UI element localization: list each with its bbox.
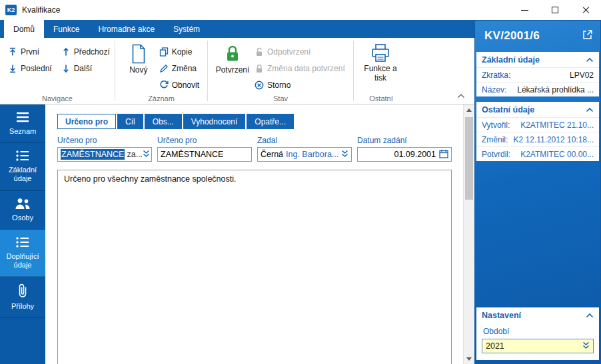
close-button[interactable]: [570, 0, 601, 20]
target2-field-label: Určeno pro: [157, 136, 252, 145]
ribbon-tab-system[interactable]: Systém: [164, 20, 209, 38]
section-title: Nastavení: [482, 311, 521, 320]
copy-button[interactable]: Kopie: [157, 43, 202, 60]
app-window: K2 Kvalifikace Domů Funkce Hromadné akce…: [0, 0, 601, 364]
ribbon-group-navigace: První Předchozí Poslední Další: [0, 38, 115, 104]
close-icon: [582, 6, 590, 14]
target-combobox[interactable]: ZAMĚSTNANCE za...: [57, 147, 152, 162]
storno-icon: [255, 81, 264, 90]
period-label: Období: [482, 325, 594, 337]
description-textarea[interactable]: Určeno pro všechny zaměstnance společnos…: [57, 170, 452, 364]
info-panel-header: KV/2001/6: [474, 20, 601, 52]
first-record-button[interactable]: První: [5, 45, 55, 59]
section-zakladni-udaje: Základní údaje Zkratka: LPV02 Název: Lék…: [476, 52, 599, 96]
dropdown-double-chevron-icon[interactable]: [582, 341, 590, 351]
pencil-icon: [159, 64, 169, 73]
window-title: Kvalifikace: [22, 5, 60, 15]
vertical-scrollbar[interactable]: [463, 104, 474, 364]
scroll-down-button[interactable]: [464, 353, 474, 364]
paperclip-icon: [17, 283, 28, 298]
sidebar-item-doplnujici-udaje[interactable]: Doplňující údaje: [0, 230, 45, 277]
info-row-zkratka: Zkratka: LPV02: [476, 67, 599, 82]
target2-input-field[interactable]: [161, 150, 249, 159]
scroll-up-button[interactable]: [464, 104, 474, 115]
tab-opatreni[interactable]: Opatře...: [247, 114, 294, 129]
refresh-button[interactable]: Obnovit: [157, 77, 202, 93]
previous-record-icon: [61, 47, 71, 57]
people-icon: [15, 198, 31, 210]
ribbon-collapse-button[interactable]: [457, 89, 465, 101]
collapse-chevron-icon[interactable]: [586, 311, 594, 320]
maximize-button[interactable]: [540, 0, 570, 20]
dropdown-double-chevron-icon[interactable]: [341, 150, 348, 160]
open-in-new-window-button[interactable]: [582, 29, 593, 43]
next-record-button[interactable]: Další: [59, 61, 113, 76]
date-field[interactable]: 01.09.2001: [357, 147, 452, 162]
cancel-record-button[interactable]: Storno: [252, 77, 348, 93]
minimize-button[interactable]: [509, 0, 540, 20]
section-header-nastaveni[interactable]: Nastavení: [476, 307, 599, 323]
sidebar-item-prilohy[interactable]: Přílohy: [0, 277, 45, 318]
row-label: Název:: [482, 85, 506, 94]
group-label-navigace: Navigace: [0, 94, 115, 102]
maximize-icon: [552, 7, 558, 13]
sidebar-item-label: Osoby: [12, 214, 33, 222]
sidebar-item-zakladni-udaje[interactable]: Základní údaje: [0, 143, 45, 190]
row-value: K2ATMITEC 00.00...: [520, 150, 594, 159]
tab-obsah[interactable]: Obs...: [145, 114, 182, 129]
previous-record-label: Předchozí: [74, 47, 110, 57]
section-header-ostatni-udaje[interactable]: Ostatní údaje: [476, 102, 599, 117]
collapse-chevron-icon[interactable]: [586, 105, 594, 114]
ribbon-body: První Předchozí Poslední Další: [0, 38, 474, 104]
tab-urceno-pro[interactable]: Určeno pro: [57, 114, 116, 129]
ribbon-group-zaznam: Nový Kopie Změna Obnovit: [115, 38, 207, 104]
entered-by-combobox[interactable]: Černá Ing. Barbora...: [257, 147, 352, 162]
info-row-nazev: Název: Lékařská prohlídka ...: [476, 82, 599, 96]
field-labels-row: Určeno pro Určeno pro Zadal Datum zadání: [57, 136, 463, 145]
ribbon-tab-funkce[interactable]: Funkce: [44, 20, 89, 38]
group-label-stav: Stav: [208, 94, 353, 102]
row-label: Potvrdil:: [482, 150, 510, 159]
content-area: Seznam Základní údaje Osoby Doplňující ú…: [0, 104, 474, 364]
collapse-chevron-icon[interactable]: [586, 55, 594, 65]
info-panel: KV/2001/6 Základní údaje Zkratka: LPV02 …: [474, 20, 601, 364]
settings-body: Období 2021: [476, 323, 599, 360]
section-header-zakladni-udaje[interactable]: Základní údaje: [476, 52, 599, 67]
ribbon-tab-domu[interactable]: Domů: [4, 20, 44, 38]
row-value: K2 12.11.2012 10:18...: [513, 135, 594, 144]
lock-date-gray-icon: [255, 64, 264, 73]
sidebar-item-osoby[interactable]: Osoby: [0, 191, 45, 230]
next-record-label: Další: [74, 64, 92, 73]
change-confirm-date-button[interactable]: Změna data potvrzení: [252, 60, 348, 77]
unconfirm-button[interactable]: Odpotvrzení: [252, 43, 348, 60]
refresh-icon: [159, 81, 169, 90]
previous-record-button[interactable]: Předchozí: [59, 45, 113, 59]
dropdown-double-chevron-icon[interactable]: [143, 150, 150, 160]
change-label: Změna: [172, 64, 197, 73]
entered-by-name: Černá: [261, 150, 283, 159]
new-record-button[interactable]: Nový: [121, 43, 157, 75]
target2-input[interactable]: [157, 147, 252, 162]
date-field-label: Datum zadání: [357, 136, 452, 145]
record-buttons: Kopie Změna Obnovit: [157, 43, 202, 93]
title-bar: K2 Kvalifikace: [0, 0, 601, 20]
copy-icon: [159, 47, 169, 57]
functions-print-button[interactable]: Funkce a tisk: [359, 43, 402, 83]
confirm-button[interactable]: Potvrzení: [213, 43, 252, 75]
scrollbar-thumb[interactable]: [465, 117, 473, 200]
minimize-icon: [521, 10, 528, 11]
sidebar-item-seznam[interactable]: Seznam: [0, 104, 45, 143]
next-record-icon: [61, 64, 71, 73]
ribbon-group-stav: Potvrzení Odpotvrzení Změna data potvrze…: [208, 38, 353, 104]
menu-icon: [15, 111, 30, 123]
period-combobox[interactable]: 2021: [482, 339, 594, 353]
ribbon-tab-hromadne-akce[interactable]: Hromadné akce: [89, 20, 164, 38]
last-record-button[interactable]: Poslední: [5, 61, 55, 76]
change-button[interactable]: Změna: [157, 60, 202, 77]
tab-cil[interactable]: Cíl: [117, 114, 143, 129]
ribbon-group-ostatni: Funkce a tisk Ostatní: [354, 38, 408, 104]
tab-vyhodnoceni[interactable]: Vyhodnocení: [183, 114, 246, 129]
group-label-ostatni: Ostatní: [354, 94, 408, 102]
section-title: Základní údaje: [482, 55, 540, 65]
calendar-icon[interactable]: [439, 149, 448, 160]
